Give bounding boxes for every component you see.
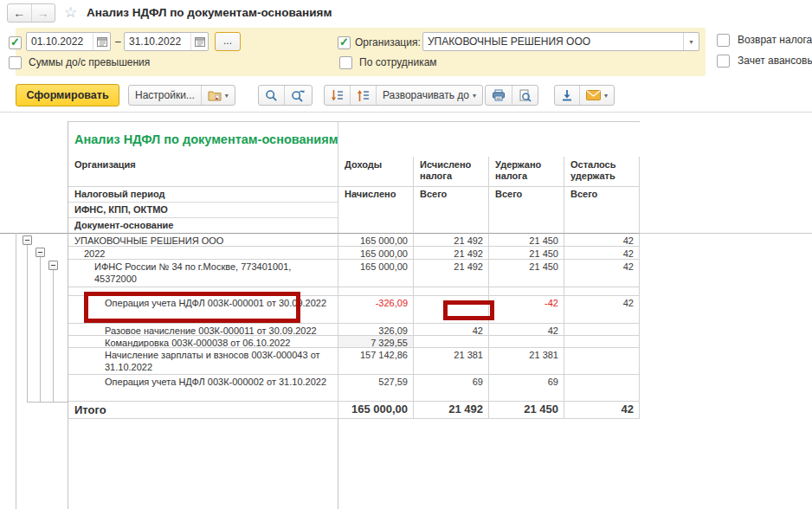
value-cell[interactable]: 165 000,00: [338, 234, 414, 247]
collapse-all-button[interactable]: [350, 86, 376, 105]
value-cell[interactable]: 21 450: [489, 247, 564, 260]
save-button[interactable]: [555, 86, 579, 105]
header-col[interactable]: Исчислено налога: [414, 157, 489, 187]
table-row[interactable]: УПАКОВОЧНЫЕ РЕШЕНИЯ ООО165 000,0021 4922…: [68, 234, 640, 247]
table-row[interactable]: ИФНС России № 34 по г.Москве, 773401001,…: [68, 260, 640, 287]
header-col[interactable]: Удержано налога: [489, 157, 564, 187]
value-cell[interactable]: [414, 336, 489, 348]
expand-to-button[interactable]: Разворачивать до ▾: [376, 86, 482, 105]
organization-value[interactable]: УПАКОВОЧНЫЕ РЕШЕНИЯ ООО: [423, 35, 683, 48]
value-cell[interactable]: 165 000,00: [338, 247, 414, 260]
period-checkbox[interactable]: ✓: [9, 36, 22, 49]
value-cell[interactable]: 42: [564, 247, 640, 260]
total-value[interactable]: 165 000,00: [338, 402, 414, 419]
value-cell[interactable]: [338, 287, 414, 296]
org-cell[interactable]: ИФНС России № 34 по г.Москве, 773401001,…: [68, 260, 338, 287]
org-cell[interactable]: УПАКОВОЧНЫЕ РЕШЕНИЯ ООО: [68, 234, 338, 247]
settings-button[interactable]: Настройки...: [129, 86, 201, 105]
total-row[interactable]: Итого 165 000,00 21 492 21 450 42: [68, 402, 640, 419]
search-button[interactable]: [259, 86, 284, 105]
value-cell[interactable]: [564, 324, 640, 336]
subheader-left[interactable]: ИФНС, КПП, ОКТМО: [68, 203, 338, 218]
chevron-down-icon[interactable]: ▾: [683, 33, 699, 50]
header-org[interactable]: Организация: [68, 157, 338, 187]
value-cell[interactable]: 7 329,55: [338, 336, 414, 348]
organization-combo[interactable]: УПАКОВОЧНЫЕ РЕШЕНИЯ ООО ▾: [422, 32, 699, 51]
subheader-col[interactable]: Начислено: [338, 187, 414, 234]
value-cell[interactable]: 42: [564, 260, 640, 287]
calendar-icon[interactable]: [93, 33, 110, 50]
table-row[interactable]: Разовое начисление 003К-000011 от 30.09.…: [68, 324, 640, 336]
value-cell[interactable]: [564, 348, 640, 375]
value-cell[interactable]: 42: [564, 296, 640, 324]
table-row[interactable]: 2022165 000,0021 49221 45042: [68, 247, 640, 260]
print-button[interactable]: [486, 86, 512, 105]
tree-expander[interactable]: [23, 235, 32, 245]
value-cell[interactable]: [564, 375, 640, 402]
by-employees-checkbox[interactable]: [339, 56, 352, 69]
value-cell[interactable]: 21 450: [489, 234, 564, 247]
org-cell[interactable]: 2022: [68, 247, 338, 260]
organization-checkbox[interactable]: ✓: [338, 36, 351, 49]
value-cell[interactable]: 326,09: [338, 324, 414, 336]
header-col[interactable]: Доходы: [338, 157, 414, 187]
print-preview-button[interactable]: [512, 86, 538, 105]
value-cell[interactable]: 21 492: [414, 260, 489, 287]
value-cell[interactable]: 42: [564, 234, 640, 247]
value-cell[interactable]: 42: [489, 324, 564, 336]
org-cell[interactable]: Начисление зарплаты и взносов 003К-00004…: [68, 348, 338, 375]
tree-expander[interactable]: [48, 261, 58, 270]
value-cell[interactable]: 21 381: [489, 348, 564, 375]
org-cell[interactable]: Операция учета НДФЛ 003К-000002 от 31.10…: [68, 375, 338, 402]
table-row[interactable]: Командировка 003К-000038 от 06.10.20227 …: [68, 336, 640, 348]
tree-expander[interactable]: [35, 248, 45, 257]
value-cell[interactable]: 21 492: [414, 247, 489, 260]
value-cell[interactable]: [414, 287, 489, 296]
value-cell[interactable]: 21 492: [414, 234, 489, 247]
period-to-field[interactable]: 31.10.2022: [124, 32, 209, 51]
subheader-col[interactable]: Всего: [489, 187, 564, 234]
value-cell[interactable]: [564, 287, 640, 296]
total-label[interactable]: Итого: [68, 402, 338, 419]
table-row[interactable]: Операция учета НДФЛ 003К-000002 от 31.10…: [68, 375, 640, 402]
excess-sums-checkbox[interactable]: [9, 56, 22, 69]
subheader-col[interactable]: Всего: [414, 187, 489, 234]
value-cell[interactable]: -42: [489, 296, 564, 324]
value-cell[interactable]: 527,59: [338, 375, 414, 402]
period-from-value[interactable]: 01.10.2022: [27, 35, 93, 48]
value-cell[interactable]: [489, 336, 564, 348]
advance-offset-checkbox[interactable]: [717, 55, 730, 68]
tax-return-checkbox[interactable]: [717, 34, 730, 47]
value-cell[interactable]: 21 381: [414, 348, 489, 375]
value-cell[interactable]: 21 450: [489, 260, 564, 287]
back-button[interactable]: ←: [8, 4, 32, 22]
total-value[interactable]: 42: [564, 402, 640, 419]
header-col[interactable]: Осталось удержать: [564, 157, 640, 187]
value-cell[interactable]: 69: [489, 375, 564, 402]
calendar-icon[interactable]: [190, 33, 208, 50]
value-cell[interactable]: -326,09: [338, 296, 414, 324]
generate-button[interactable]: Сформировать: [16, 84, 119, 106]
value-cell[interactable]: 69: [414, 375, 489, 402]
expand-all-button[interactable]: [325, 86, 350, 105]
value-cell[interactable]: [564, 336, 640, 348]
subheader-left[interactable]: Документ-основание: [68, 218, 338, 234]
subheader-col[interactable]: Всего: [564, 187, 640, 234]
value-cell[interactable]: 157 142,86: [338, 348, 414, 375]
org-cell[interactable]: Разовое начисление 003К-000011 от 30.09.…: [68, 324, 338, 336]
table-row[interactable]: Начисление зарплаты и взносов 003К-00004…: [68, 348, 640, 375]
period-more-button[interactable]: ...: [215, 32, 241, 51]
favorite-star-icon[interactable]: ☆: [64, 3, 77, 22]
value-cell[interactable]: 165 000,00: [338, 260, 414, 287]
total-value[interactable]: 21 450: [489, 402, 564, 419]
search-next-button[interactable]: [284, 86, 312, 105]
total-value[interactable]: 21 492: [414, 402, 489, 419]
send-email-button[interactable]: ▾: [579, 86, 614, 105]
value-cell[interactable]: 42: [414, 324, 489, 336]
org-cell[interactable]: Командировка 003К-000038 от 06.10.2022: [68, 336, 338, 348]
value-cell[interactable]: [489, 287, 564, 296]
report-variants-button[interactable]: ▾: [201, 86, 235, 105]
period-to-value[interactable]: 31.10.2022: [125, 35, 190, 48]
period-from-field[interactable]: 01.10.2022: [26, 32, 111, 51]
forward-button[interactable]: →: [32, 4, 55, 22]
